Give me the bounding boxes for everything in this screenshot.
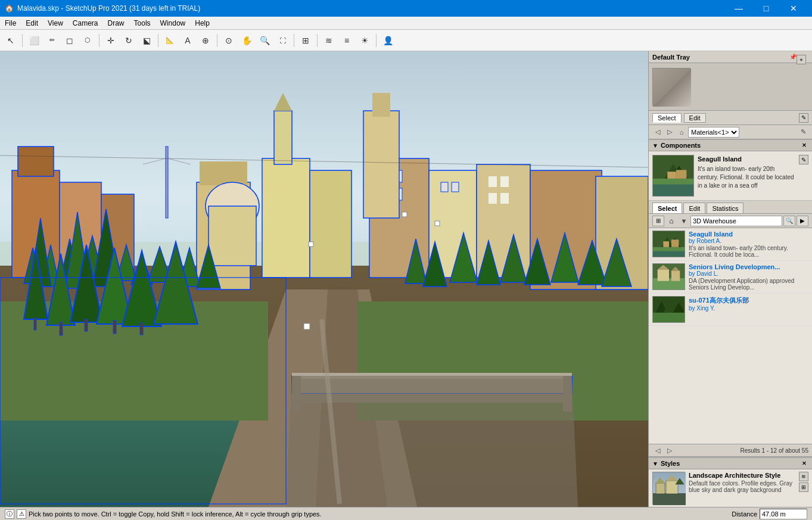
result-item-3[interactable]: su-071高尔夫俱乐部 by Xing Y. bbox=[649, 294, 812, 326]
svg-rect-84 bbox=[372, 93, 390, 117]
svg-rect-16 bbox=[18, 147, 54, 176]
section-btn[interactable]: ⊞ bbox=[297, 32, 314, 49]
menu-item-help[interactable]: Help bbox=[190, 17, 214, 30]
result-author-1[interactable]: by Robert A. bbox=[689, 238, 808, 244]
toolbar-separator-7 bbox=[376, 34, 377, 47]
components-section-header[interactable]: ▼ Components ✕ bbox=[649, 139, 812, 151]
distance-input[interactable] bbox=[760, 509, 807, 519]
result-thumb-3 bbox=[652, 296, 685, 323]
result-author-2[interactable]: by David L. bbox=[689, 270, 808, 277]
result-title-1[interactable]: Seagull Island bbox=[689, 231, 808, 238]
svg-rect-71 bbox=[60, 322, 63, 335]
mat-back-btn[interactable]: ◁ bbox=[652, 127, 663, 138]
text-tool-btn[interactable]: A bbox=[179, 32, 196, 49]
style-thumb-svg bbox=[653, 472, 686, 505]
component-title: Seagull Island bbox=[698, 155, 795, 164]
layers-btn[interactable]: ≡ bbox=[338, 32, 355, 49]
svg-rect-80 bbox=[166, 147, 168, 218]
components-close-btn[interactable]: ✕ bbox=[800, 141, 808, 150]
result-info-2: Seniors Living Developmen... by David L.… bbox=[689, 263, 808, 291]
result-item-2[interactable]: Seniors Living Developmen... by David L.… bbox=[649, 261, 812, 294]
menu-item-view[interactable]: View bbox=[43, 17, 68, 30]
svg-rect-101 bbox=[663, 241, 669, 247]
menu-item-camera[interactable]: Camera bbox=[68, 17, 103, 30]
svg-rect-83 bbox=[363, 111, 399, 218]
results-prev-btn[interactable]: ◁ bbox=[652, 445, 663, 456]
mat-forward-btn[interactable]: ▷ bbox=[664, 127, 675, 138]
svg-rect-102 bbox=[671, 239, 679, 247]
comp-nav-btn[interactable]: ▼ bbox=[679, 216, 689, 226]
comp-edit-tab[interactable]: Edit bbox=[683, 203, 705, 213]
comp-home-btn[interactable]: ⌂ bbox=[665, 216, 677, 226]
zoom-tool-btn[interactable]: 🔍 bbox=[256, 32, 273, 49]
nav-bottom-row: ◁ ▷ Results 1 - 12 of about 55 bbox=[649, 444, 812, 457]
pencil-tool-btn[interactable]: ✏ bbox=[43, 32, 60, 49]
viewport[interactable] bbox=[0, 51, 648, 507]
zoom-extents-btn[interactable]: ⛶ bbox=[274, 32, 291, 49]
mat-home-btn[interactable]: ⌂ bbox=[676, 127, 687, 138]
result-author-3[interactable]: by Xing Y. bbox=[689, 305, 808, 312]
materials-dropdown[interactable]: Materials<1> Colors Default bbox=[688, 127, 739, 138]
result-item-1[interactable]: Seagull Island by Robert A. It's an isla… bbox=[649, 228, 812, 261]
result-title-2[interactable]: Seniors Living Developmen... bbox=[689, 263, 808, 270]
pushpull-tool-btn[interactable]: ⬡ bbox=[79, 32, 96, 49]
pan-tool-btn[interactable]: ✋ bbox=[238, 32, 255, 49]
move-tool-btn[interactable]: ✛ bbox=[102, 32, 119, 49]
axes-tool-btn[interactable]: ⊕ bbox=[197, 32, 214, 49]
result-info-1: Seagull Island by Robert A. It's an isla… bbox=[689, 231, 808, 258]
styles-btn[interactable]: ≋ bbox=[321, 32, 337, 49]
comp-statistics-tab[interactable]: Statistics bbox=[707, 203, 743, 213]
minimize-button[interactable]: — bbox=[725, 0, 752, 17]
results-next-btn[interactable]: ▷ bbox=[664, 445, 675, 456]
scale-tool-btn[interactable]: ⬕ bbox=[138, 32, 155, 49]
select-tool-btn[interactable]: ↖ bbox=[2, 32, 19, 49]
component-thumbnail bbox=[652, 155, 694, 197]
materials-settings-btn[interactable]: ✎ bbox=[799, 113, 808, 123]
svg-rect-106 bbox=[671, 270, 680, 281]
styles-header-left: ▼ Styles bbox=[652, 460, 680, 467]
materials-edit-tab[interactable]: Edit bbox=[684, 113, 706, 123]
comp-search-options-btn[interactable]: ▶ bbox=[797, 216, 808, 226]
comp-search-btn[interactable]: 🔍 bbox=[783, 216, 795, 226]
svg-rect-38 bbox=[489, 176, 497, 187]
tape-tool-btn[interactable]: 📐 bbox=[161, 32, 178, 49]
materials-select-tab[interactable]: Select bbox=[652, 113, 682, 123]
menu-item-tools[interactable]: Tools bbox=[129, 17, 155, 30]
orbit-tool-btn[interactable]: ⊙ bbox=[220, 32, 237, 49]
view-grid-btn[interactable]: ⊞ bbox=[652, 216, 664, 226]
status-warning-icon[interactable]: ⚠ bbox=[17, 509, 26, 519]
comp-select-tab[interactable]: Select bbox=[652, 203, 682, 213]
svg-rect-36 bbox=[441, 182, 448, 192]
menu-item-edit[interactable]: Edit bbox=[21, 17, 43, 30]
scene-svg bbox=[0, 51, 648, 507]
style-btn-1[interactable]: ≋ bbox=[799, 472, 808, 481]
result-title-3[interactable]: su-071高尔夫俱乐部 bbox=[689, 296, 808, 305]
svg-rect-70 bbox=[34, 318, 36, 330]
comp-actions: ✎ bbox=[799, 155, 808, 197]
svg-rect-24 bbox=[310, 170, 351, 278]
comp-search-input[interactable] bbox=[690, 216, 782, 226]
styles-section: ▼ Styles ✕ bbox=[649, 457, 812, 507]
maximize-button[interactable]: □ bbox=[752, 0, 780, 17]
eraser-tool-btn[interactable]: ⬜ bbox=[26, 32, 42, 49]
status-info-icon[interactable]: ⓘ bbox=[5, 509, 14, 519]
toolbar-separator-5 bbox=[294, 34, 294, 47]
comp-action-btn[interactable]: ✎ bbox=[799, 155, 808, 164]
shape-tool-btn[interactable]: ◻ bbox=[61, 32, 78, 49]
toolbar-separator-6 bbox=[317, 34, 318, 47]
svg-rect-22 bbox=[209, 206, 256, 266]
menu-item-file[interactable]: File bbox=[0, 17, 21, 30]
shadows-btn[interactable]: ☀ bbox=[356, 32, 373, 49]
menu-item-window[interactable]: Window bbox=[155, 17, 191, 30]
mat-expand-btn[interactable]: ✎ bbox=[798, 127, 808, 138]
style-btn-2[interactable]: ⊞ bbox=[799, 482, 808, 492]
menu-item-draw[interactable]: Draw bbox=[103, 17, 129, 30]
styles-preview: Landscape Architecture Style Default fac… bbox=[649, 469, 812, 507]
styles-close-btn[interactable]: ✕ bbox=[800, 459, 808, 468]
svg-rect-25 bbox=[274, 111, 292, 164]
close-button[interactable]: ✕ bbox=[780, 0, 807, 17]
rotate-tool-btn[interactable]: ↻ bbox=[120, 32, 137, 49]
person-btn[interactable]: 👤 bbox=[379, 32, 396, 49]
styles-section-header[interactable]: ▼ Styles ✕ bbox=[649, 457, 812, 469]
material-action-btn[interactable]: + bbox=[797, 55, 806, 64]
